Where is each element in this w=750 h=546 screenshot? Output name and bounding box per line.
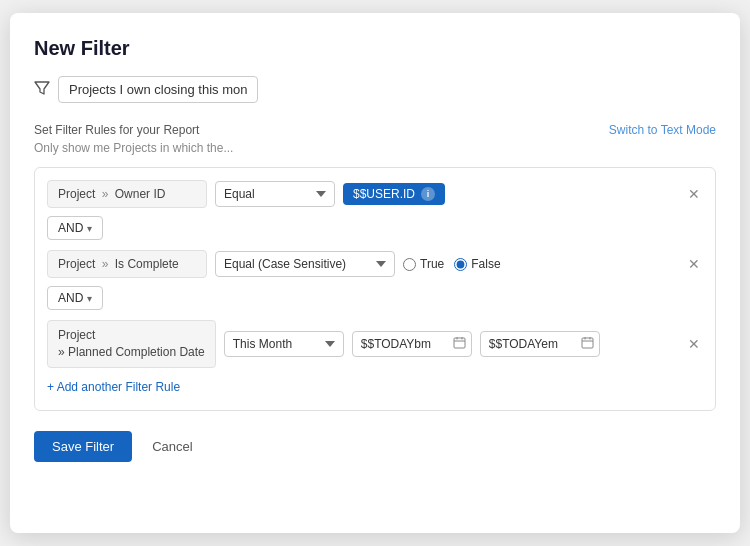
- save-filter-button[interactable]: Save Filter: [34, 431, 132, 462]
- rule2-false-radio[interactable]: [454, 258, 467, 271]
- rule1-value-area: $$USER.ID i: [343, 183, 677, 205]
- section-header: Set Filter Rules for your Report Switch …: [34, 123, 716, 137]
- chevron-down-icon: ▾: [87, 223, 92, 234]
- section-label: Set Filter Rules for your Report: [34, 123, 199, 137]
- rule3-end-date-input[interactable]: [480, 331, 600, 357]
- switch-text-mode-link[interactable]: Switch to Text Mode: [609, 123, 716, 137]
- and-connector-2[interactable]: AND ▾: [47, 286, 103, 310]
- add-rule-button[interactable]: + Add another Filter Rule: [47, 376, 180, 398]
- rule2-false-label[interactable]: False: [454, 257, 500, 271]
- chevron-down-icon: ▾: [87, 293, 92, 304]
- footer: Save Filter Cancel: [34, 431, 716, 462]
- rule2-field: Project » Is Complete: [47, 250, 207, 278]
- rule3-start-date-wrapper: [352, 331, 472, 357]
- rule3-start-date-input[interactable]: [352, 331, 472, 357]
- rule2-value-area: True False: [403, 257, 677, 271]
- rule3-value-area: [352, 331, 677, 357]
- new-filter-modal: New Filter Set Filter Rules for your Rep…: [10, 13, 740, 533]
- table-row: Project » Is Complete Equal (Case Sensit…: [47, 250, 703, 278]
- filter-name-input[interactable]: [58, 76, 258, 103]
- rule1-operator[interactable]: Equal Not Equal: [215, 181, 335, 207]
- rule2-true-label[interactable]: True: [403, 257, 444, 271]
- rule1-field: Project » Owner ID: [47, 180, 207, 208]
- rule2-remove-button[interactable]: ✕: [685, 255, 703, 273]
- rules-area: Project » Owner ID Equal Not Equal $$USE…: [34, 167, 716, 411]
- rule2-radio-group: True False: [403, 257, 501, 271]
- rule3-field: Project » Planned Completion Date: [47, 320, 216, 368]
- rule3-operator[interactable]: This Month Last Month Next Month Custom …: [224, 331, 344, 357]
- rule2-operator[interactable]: Equal (Case Sensitive) Not Equal: [215, 251, 395, 277]
- filter-icon: [34, 80, 50, 100]
- rule2-true-radio[interactable]: [403, 258, 416, 271]
- and-connector-1[interactable]: AND ▾: [47, 216, 103, 240]
- table-row: Project » Planned Completion Date This M…: [47, 320, 703, 368]
- filter-name-row: [34, 76, 716, 103]
- table-row: Project » Owner ID Equal Not Equal $$USE…: [47, 180, 703, 208]
- rule3-end-date-wrapper: [480, 331, 600, 357]
- rule3-remove-button[interactable]: ✕: [685, 335, 703, 353]
- tag-info-icon[interactable]: i: [421, 187, 435, 201]
- rule1-remove-button[interactable]: ✕: [685, 185, 703, 203]
- rule1-tag-value: $$USER.ID i: [343, 183, 445, 205]
- modal-title: New Filter: [34, 37, 716, 60]
- cancel-button[interactable]: Cancel: [142, 431, 202, 462]
- section-sub: Only show me Projects in which the...: [34, 141, 716, 155]
